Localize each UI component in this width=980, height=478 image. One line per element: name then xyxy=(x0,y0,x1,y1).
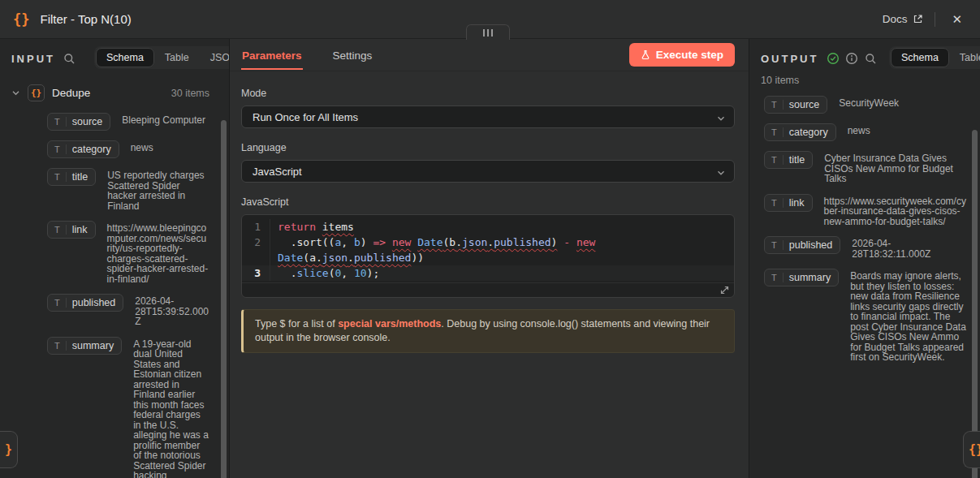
node-detail-view: {} Filter - Top N(10) Docs ✕ INPUT xyxy=(0,0,980,478)
field-pill-summary[interactable]: Tsummary xyxy=(47,337,122,355)
code-line: Date(a.json.published)) xyxy=(242,250,734,265)
special-vars-link[interactable]: special vars/methods xyxy=(338,318,441,329)
field-pill-published[interactable]: Tpublished xyxy=(47,294,123,312)
line-number xyxy=(242,250,270,265)
language-select[interactable]: JavaScript xyxy=(241,160,735,183)
execute-step-button[interactable]: Execute step xyxy=(629,43,735,67)
code-line: 1return items xyxy=(242,219,734,235)
field-pill-source[interactable]: Tsource xyxy=(764,96,827,114)
editor-hint-notice: Type $ for a list of special vars/method… xyxy=(241,309,735,353)
field-value: Boards may ignore alerts, but they liste… xyxy=(839,269,969,363)
input-scrollbar[interactable] xyxy=(221,120,227,478)
string-type-icon: T xyxy=(771,100,784,110)
editor-footer xyxy=(242,282,734,297)
field-name: published xyxy=(789,239,833,251)
input-label: INPUT xyxy=(11,53,55,65)
field-pill-link[interactable]: Tlink xyxy=(47,221,96,239)
tab-settings[interactable]: Settings xyxy=(332,40,373,70)
parameters-panel: Parameters Settings Execute step Mode Ru… xyxy=(230,39,749,478)
docs-link[interactable]: Docs xyxy=(883,13,924,25)
field-value: US reportedly charges Scattered Spider h… xyxy=(96,168,209,211)
tab-schema[interactable]: Schema xyxy=(891,48,949,67)
string-type-icon: T xyxy=(54,341,67,351)
line-number: 3 xyxy=(242,265,270,281)
language-label: Language xyxy=(241,142,735,153)
line-number: 1 xyxy=(242,219,270,235)
field-name: link xyxy=(789,197,805,209)
field-pill-source[interactable]: Tsource xyxy=(47,113,110,131)
left-brace-handle[interactable]: } xyxy=(0,431,18,468)
field-value: Cyber Insurance Data Gives CISOs New Amm… xyxy=(813,151,969,184)
string-type-icon: T xyxy=(771,155,784,165)
right-brace-handle[interactable]: {} xyxy=(963,431,980,468)
string-type-icon: T xyxy=(54,144,67,154)
field-pill-link[interactable]: Tlink xyxy=(764,194,813,212)
code-text: return items xyxy=(270,219,354,235)
string-type-icon: T xyxy=(54,298,67,308)
source-node-row[interactable]: {} Dedupe 30 items xyxy=(11,84,209,101)
field-row-title: TtitleCyber Insurance Data Gives CISOs N… xyxy=(764,151,969,184)
chevron-down-icon xyxy=(11,88,20,97)
field-name: title xyxy=(789,154,805,166)
code-node-badge: {} xyxy=(28,84,45,101)
field-pill-title[interactable]: Ttitle xyxy=(764,151,813,169)
field-pill-category[interactable]: Tcategory xyxy=(764,123,836,141)
input-items-count: 30 items xyxy=(171,88,209,99)
field-value: news xyxy=(119,140,209,153)
code-editor[interactable]: 1return items2 .sort((a, b) => new Date(… xyxy=(241,214,735,298)
success-check-icon xyxy=(827,52,840,65)
field-row-source: TsourceSecurityWeek xyxy=(764,96,969,114)
input-panel-header: INPUT SchemaTableJSON xyxy=(0,39,229,73)
panel-drag-handle[interactable] xyxy=(466,24,510,40)
input-panel: INPUT SchemaTableJSON {} Dedupe 30 items… xyxy=(0,39,230,478)
string-type-icon: T xyxy=(771,198,784,208)
docs-link-label: Docs xyxy=(883,13,908,25)
field-value: A 19-year-old dual United States and Est… xyxy=(122,337,209,478)
source-node-name: Dedupe xyxy=(52,87,90,99)
field-value: news xyxy=(836,123,969,136)
external-link-icon xyxy=(913,14,923,24)
output-items-count: 10 items xyxy=(761,75,980,86)
search-icon[interactable] xyxy=(865,53,877,65)
output-scrollbar[interactable] xyxy=(972,130,978,478)
code-lines: 1return items2 .sort((a, b) => new Date(… xyxy=(242,215,734,282)
grip-icon xyxy=(483,29,485,37)
flask-icon xyxy=(641,50,650,60)
field-value: https://www.securityweek.com/cyber-insur… xyxy=(813,194,969,227)
hint-prefix: Type $ for a list of xyxy=(255,318,338,329)
field-value: Bleeping Computer xyxy=(110,113,209,126)
expand-editor-icon[interactable] xyxy=(719,285,730,295)
divider xyxy=(935,12,935,27)
field-row-summary: TsummaryA 19-year-old dual United States… xyxy=(47,337,209,478)
tab-table[interactable]: Table xyxy=(949,48,980,67)
field-pill-category[interactable]: Tcategory xyxy=(47,140,119,158)
input-fields: TsourceBleeping ComputerTcategorynewsTti… xyxy=(47,113,209,478)
field-row-summary: TsummaryBoards may ignore alerts, but th… xyxy=(764,269,969,363)
field-value: SecurityWeek xyxy=(827,96,969,109)
field-name: category xyxy=(789,127,828,138)
field-name: source xyxy=(72,116,103,127)
code-line: 2 .sort((a, b) => new Date(b.json.publis… xyxy=(242,235,734,250)
editor-label: JavaScript xyxy=(241,196,735,208)
string-type-icon: T xyxy=(54,117,67,127)
field-value: 2026-04-28T18:32:11.000Z xyxy=(840,236,969,259)
field-pill-title[interactable]: Ttitle xyxy=(47,168,96,186)
field-name: source xyxy=(789,99,820,110)
field-pill-published[interactable]: Tpublished xyxy=(764,236,840,254)
search-icon[interactable] xyxy=(63,53,76,65)
chevron-down-icon xyxy=(716,114,726,123)
field-row-published: Tpublished2026-04-28T18:32:11.000Z xyxy=(764,236,969,259)
tab-schema[interactable]: Schema xyxy=(96,48,154,67)
output-panel-header: OUTPUT SchemaTable xyxy=(749,39,980,73)
field-pill-summary[interactable]: Tsummary xyxy=(764,269,839,286)
info-icon[interactable] xyxy=(845,52,858,65)
tab-json[interactable]: JSON xyxy=(200,48,230,67)
field-row-source: TsourceBleeping Computer xyxy=(47,113,209,131)
language-value: JavaScript xyxy=(253,166,302,178)
close-button[interactable]: ✕ xyxy=(947,11,967,28)
mode-select[interactable]: Run Once for All Items xyxy=(241,106,735,128)
string-type-icon: T xyxy=(54,225,67,235)
tab-parameters[interactable]: Parameters xyxy=(241,40,303,70)
input-schema-tree: {} Dedupe 30 items TsourceBleeping Compu… xyxy=(0,78,229,478)
tab-table[interactable]: Table xyxy=(154,48,200,67)
